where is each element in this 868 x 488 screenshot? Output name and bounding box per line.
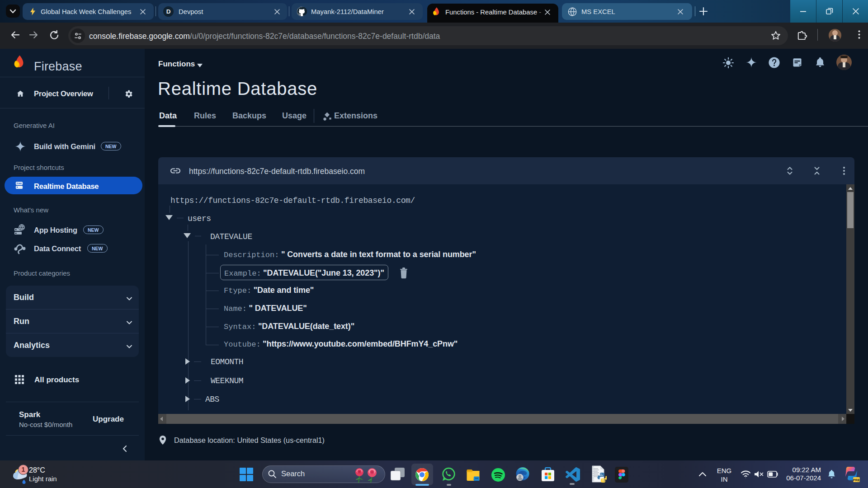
- svg-text:PRE: PRE: [853, 478, 860, 482]
